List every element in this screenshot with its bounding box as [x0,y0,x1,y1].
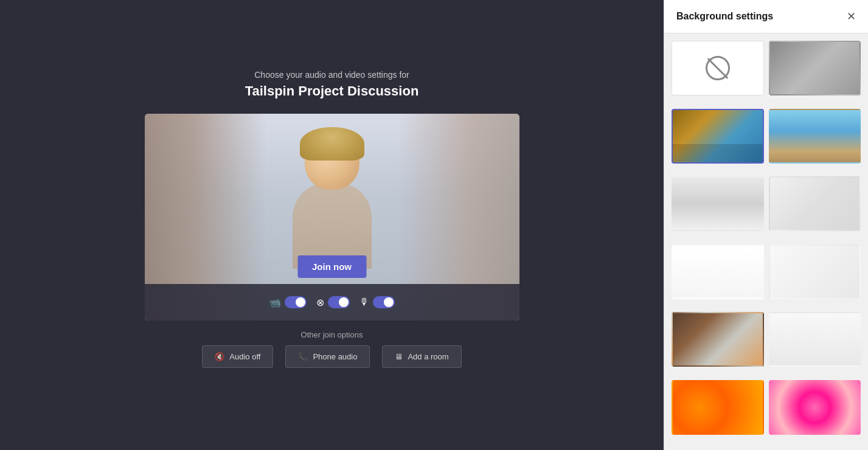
header-title: Tailspin Project Discussion [245,83,419,99]
join-now-button[interactable]: Join now [297,255,366,278]
right-header: Background settings ✕ [664,0,868,33]
office1-thumb-inner [673,110,763,162]
header-text: Choose your audio and video settings for… [245,70,419,99]
no-background-line [707,58,728,79]
background-white2-thumbnail[interactable] [769,244,861,299]
white1-thumb-inner [673,246,763,298]
main-panel: Choose your audio and video settings for… [0,0,664,450]
modern1-thumb-inner [673,178,763,230]
person-hair [300,127,364,161]
audio-off-icon: 🔇 [215,352,224,361]
mic-toggle[interactable] [373,296,395,308]
background-modern2-thumbnail[interactable] [769,176,861,231]
camera-icon: 📹 [269,297,281,308]
other-join-options: Other join options 🔇 Audio off 📞 Phone a… [202,330,461,368]
background-blur-thumbnail[interactable] [769,41,861,95]
blur-toggle-knob [339,297,349,307]
background-modern1-thumbnail[interactable] [672,176,764,231]
pink-thumb-inner [770,381,860,434]
video-controls-bar: 📹 ⊗ 🎙 [145,284,519,320]
no-background-icon [706,56,730,80]
add-room-icon: 🖥 [395,352,403,361]
camera-toggle-knob [296,297,305,307]
background-none-thumbnail[interactable] [672,41,764,95]
background-balls-thumbnail[interactable] [672,380,764,435]
blur-thumb-inner [770,42,860,94]
background-white1-thumbnail[interactable] [672,244,764,299]
video-preview: Join now 📹 ⊗ 🎙 [145,114,519,320]
blur-control: ⊗ [316,296,350,308]
camera-toggle[interactable] [285,296,307,308]
background-office1-thumbnail[interactable] [672,109,764,164]
blur-toggle[interactable] [328,296,350,308]
balls-thumb-inner [673,381,763,434]
close-button[interactable]: ✕ [847,11,856,22]
add-room-button[interactable]: 🖥 Add a room [382,345,461,368]
audio-off-button[interactable]: 🔇 Audio off [202,345,273,368]
background-pink-thumbnail[interactable] [769,380,861,435]
white2-thumb-inner [770,246,860,298]
mic-icon: 🎙 [359,297,369,308]
office2-thumb-inner [673,313,763,365]
modern2-thumb-inner [770,178,860,230]
person-head [305,132,359,190]
background-grid [664,33,868,450]
plain-thumb-inner [770,313,860,365]
right-panel: Background settings ✕ [664,0,868,450]
mic-control: 🎙 [359,296,395,308]
other-join-label: Other join options [202,330,461,339]
background-office2-thumbnail[interactable] [672,312,764,367]
mic-toggle-knob [384,297,394,307]
phone-audio-button[interactable]: 📞 Phone audio [285,345,370,368]
phone-icon: 📞 [298,352,308,361]
join-options-row: 🔇 Audio off 📞 Phone audio 🖥 Add a room [202,345,461,368]
camera-control: 📹 [269,296,307,308]
city-thumb-inner [770,110,860,162]
background-plain-thumbnail[interactable] [769,312,861,367]
header-subtitle: Choose your audio and video settings for [245,70,419,80]
blur-icon: ⊗ [316,297,324,308]
panel-title: Background settings [676,11,773,22]
background-city-thumbnail[interactable] [769,109,861,164]
